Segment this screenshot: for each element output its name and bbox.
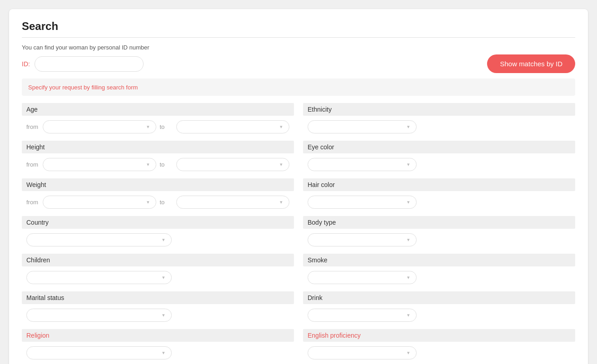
- height-group: Height from ▾ to ▾: [22, 141, 294, 171]
- age-to-chevron: ▾: [280, 124, 283, 130]
- country-chevron: ▾: [162, 237, 165, 243]
- weight-from-select[interactable]: ▾: [43, 196, 156, 209]
- smoke-group: Smoke ▾: [303, 254, 575, 284]
- weight-to-label: to: [160, 199, 173, 206]
- english-proficiency-select-wrapper: ▾: [303, 346, 575, 359]
- height-label: Height: [22, 141, 294, 153]
- smoke-chevron: ▾: [407, 275, 410, 280]
- page-title: Search: [22, 20, 575, 33]
- weight-to-chevron: ▾: [280, 199, 283, 205]
- eye-color-label: Eye color: [303, 141, 575, 153]
- show-matches-button[interactable]: Show matches by ID: [487, 54, 575, 73]
- smoke-select[interactable]: ▾: [308, 271, 417, 284]
- smoke-label: Smoke: [303, 254, 575, 266]
- religion-group: Religion ▾: [22, 329, 294, 359]
- age-to-select[interactable]: ▾: [176, 120, 290, 133]
- form-grid: Age from ▾ to ▾ Height: [22, 103, 575, 364]
- english-proficiency-group: English proficiency ▾: [303, 329, 575, 359]
- drink-select[interactable]: ▾: [308, 309, 417, 322]
- marital-status-group: Marital status ▾: [22, 291, 294, 322]
- weight-label: Weight: [22, 178, 294, 191]
- id-input[interactable]: [35, 56, 144, 72]
- children-group: Children ▾: [22, 254, 294, 284]
- eye-color-group: Eye color ▾: [303, 141, 575, 171]
- specify-text: Specify your request by filling search f…: [28, 84, 138, 91]
- eye-color-select[interactable]: ▾: [308, 158, 417, 171]
- drink-label: Drink: [303, 291, 575, 304]
- ethnicity-select-wrapper: ▾: [303, 120, 575, 133]
- weight-range-row: from ▾ to ▾: [22, 196, 294, 209]
- height-to-select[interactable]: ▾: [176, 158, 290, 171]
- id-label: ID:: [22, 60, 30, 68]
- hair-color-select[interactable]: ▾: [308, 196, 417, 209]
- height-range-row: from ▾ to ▾: [22, 158, 294, 171]
- height-from-label: from: [26, 161, 39, 168]
- children-chevron: ▾: [162, 275, 165, 280]
- country-group: Country ▾: [22, 216, 294, 246]
- marital-status-select[interactable]: ▾: [26, 309, 172, 322]
- left-column: Age from ▾ to ▾ Height: [22, 103, 294, 364]
- age-from-chevron: ▾: [147, 124, 149, 130]
- age-group: Age from ▾ to ▾: [22, 103, 294, 133]
- specify-bar: Specify your request by filling search f…: [22, 79, 575, 96]
- age-label: Age: [22, 103, 294, 116]
- eye-color-chevron: ▾: [407, 162, 410, 167]
- search-container: Search You can find your woman by person…: [9, 9, 588, 364]
- age-to-label: to: [160, 123, 173, 130]
- drink-group: Drink ▾: [303, 291, 575, 322]
- ethnicity-label: Ethnicity: [303, 103, 575, 116]
- english-proficiency-label: English proficiency: [303, 329, 575, 342]
- drink-chevron: ▾: [407, 312, 410, 318]
- weight-to-select[interactable]: ▾: [176, 196, 290, 209]
- country-label: Country: [22, 216, 294, 229]
- height-to-label: to: [160, 161, 173, 168]
- age-from-label: from: [26, 123, 39, 130]
- height-to-chevron: ▾: [280, 162, 283, 167]
- hair-color-select-wrapper: ▾: [303, 196, 575, 209]
- hair-color-label: Hair color: [303, 178, 575, 191]
- children-select-wrapper: ▾: [22, 271, 294, 284]
- height-from-select[interactable]: ▾: [43, 158, 156, 171]
- weight-from-label: from: [26, 199, 39, 206]
- id-description: You can find your woman by personal ID n…: [22, 44, 575, 51]
- religion-select[interactable]: ▾: [26, 346, 172, 359]
- religion-select-wrapper: ▾: [22, 346, 294, 359]
- right-column: Ethnicity ▾ Eye color ▾: [303, 103, 575, 364]
- smoke-select-wrapper: ▾: [303, 271, 575, 284]
- weight-from-chevron: ▾: [147, 199, 149, 205]
- children-select[interactable]: ▾: [26, 271, 172, 284]
- body-type-chevron: ▾: [407, 237, 410, 243]
- title-divider: [22, 37, 575, 38]
- english-proficiency-select[interactable]: ▾: [308, 346, 417, 359]
- country-select[interactable]: ▾: [26, 233, 172, 246]
- marital-status-select-wrapper: ▾: [22, 309, 294, 322]
- children-label: Children: [22, 254, 294, 266]
- eye-color-select-wrapper: ▾: [303, 158, 575, 171]
- ethnicity-chevron: ▾: [407, 124, 410, 130]
- hair-color-group: Hair color ▾: [303, 178, 575, 209]
- marital-status-label: Marital status: [22, 291, 294, 304]
- english-proficiency-chevron: ▾: [407, 350, 410, 356]
- ethnicity-group: Ethnicity ▾: [303, 103, 575, 133]
- weight-group: Weight from ▾ to ▾: [22, 178, 294, 209]
- age-range-row: from ▾ to ▾: [22, 120, 294, 133]
- body-type-select-wrapper: ▾: [303, 233, 575, 246]
- marital-status-chevron: ▾: [162, 312, 165, 318]
- body-type-group: Body type ▾: [303, 216, 575, 246]
- drink-select-wrapper: ▾: [303, 309, 575, 322]
- ethnicity-select[interactable]: ▾: [308, 120, 417, 133]
- id-section: ID: Show matches by ID: [22, 54, 575, 73]
- religion-chevron: ▾: [162, 350, 165, 356]
- hair-color-chevron: ▾: [407, 199, 410, 205]
- body-type-label: Body type: [303, 216, 575, 229]
- body-type-select[interactable]: ▾: [308, 233, 417, 246]
- country-select-wrapper: ▾: [22, 233, 294, 246]
- height-from-chevron: ▾: [147, 162, 149, 167]
- id-row: ID:: [22, 56, 144, 72]
- age-from-select[interactable]: ▾: [43, 120, 156, 133]
- religion-label: Religion: [22, 329, 294, 342]
